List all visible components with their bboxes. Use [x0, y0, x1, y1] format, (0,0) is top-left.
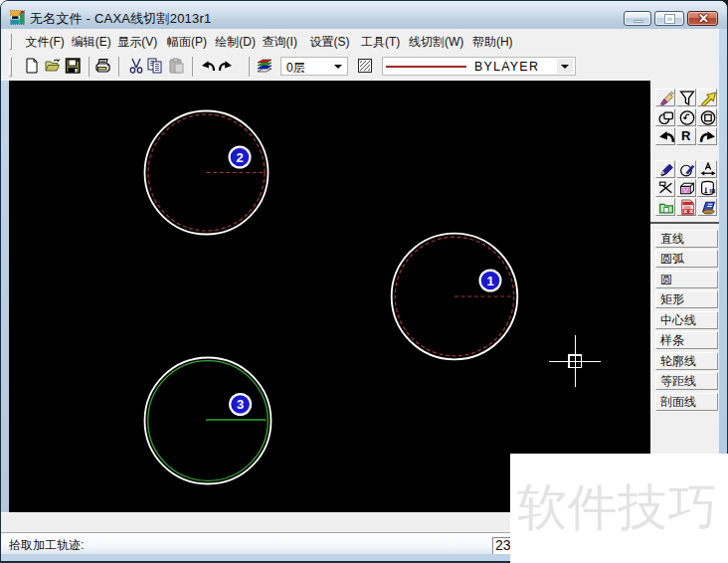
- svg-text:3: 3: [237, 397, 244, 412]
- svg-text:2: 2: [236, 150, 243, 165]
- svg-text:IB: IB: [709, 188, 715, 194]
- svg-text:1: 1: [486, 274, 493, 288]
